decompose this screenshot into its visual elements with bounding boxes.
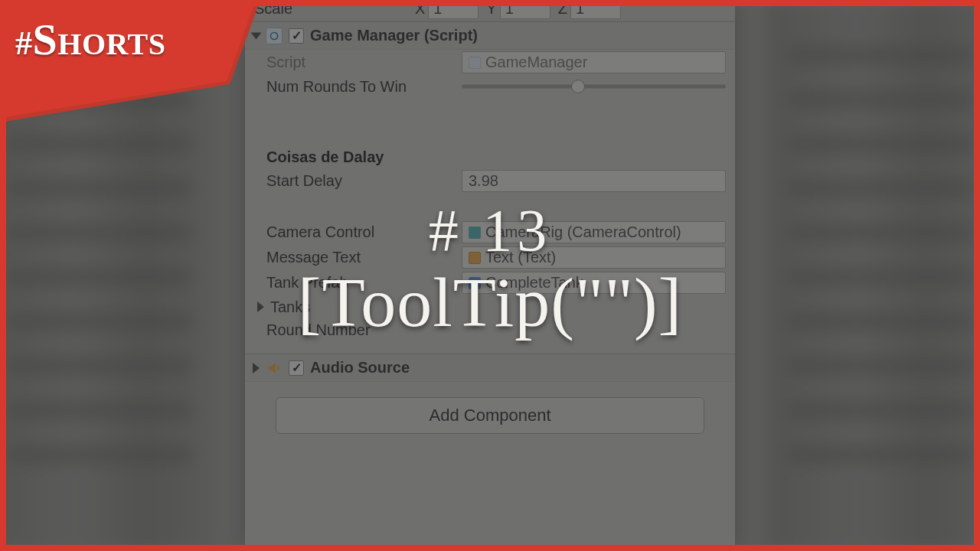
scale-label: Scale (254, 0, 407, 18)
script-field-label: Script (266, 54, 462, 71)
component-enabled-checkbox[interactable] (289, 28, 304, 44)
script-object-icon (469, 57, 481, 69)
audio-enabled-checkbox[interactable] (289, 360, 304, 376)
camera-control-label: Camera Control (266, 223, 462, 241)
gameobject-icon (469, 227, 481, 239)
scale-y-field[interactable]: 1 (500, 0, 550, 19)
game-manager-component-header[interactable]: Game Manager (Script) (245, 21, 735, 50)
text-component-icon (469, 252, 481, 264)
delay-header: Coisas de Dalay (266, 148, 384, 166)
audio-source-component-header[interactable]: Audio Source (245, 354, 735, 382)
add-component-button[interactable]: Add Component (276, 397, 704, 434)
component-title: Game Manager (Script) (310, 27, 478, 44)
axis-x-label: X (415, 0, 425, 18)
inspector-panel: Scale X 1 Y 1 Z 1 Game Manager (Script) … (245, 0, 735, 551)
tank-prefab-label: Tank Prefab (266, 274, 462, 292)
tanks-array-label: Tanks (270, 298, 310, 316)
prefab-icon (469, 277, 481, 289)
scale-z-field[interactable]: 1 (570, 0, 621, 19)
axis-y-label: Y (486, 0, 496, 18)
blurred-background-right (766, 0, 980, 551)
shorts-badge: #SHORTS (0, 0, 276, 130)
axis-z-label: Z (558, 0, 567, 18)
num-rounds-label: Num Rounds To Win (266, 78, 462, 96)
start-delay-field[interactable]: 3.98 (462, 170, 726, 192)
audio-component-title: Audio Source (310, 359, 410, 377)
shorts-hash: # (15, 24, 33, 62)
foldout-icon[interactable] (253, 363, 260, 373)
shorts-rest: HORTS (57, 27, 165, 61)
scale-x-field[interactable]: 1 (428, 0, 479, 19)
start-delay-label: Start Delay (266, 172, 462, 190)
tank-prefab-field[interactable]: CompleteTank (462, 272, 726, 294)
message-text-field[interactable]: Text (Text) (462, 246, 726, 269)
script-field-value[interactable]: GameManager (462, 51, 726, 73)
camera-control-field[interactable]: CameraRig (CameraControl) (462, 221, 726, 243)
num-rounds-slider[interactable] (462, 77, 726, 96)
round-number-label: Round Number (266, 321, 462, 339)
tanks-foldout-icon[interactable] (257, 302, 264, 312)
message-text-label: Message Text (266, 249, 462, 266)
shorts-first-letter: S (33, 15, 58, 64)
speaker-icon (266, 360, 283, 377)
